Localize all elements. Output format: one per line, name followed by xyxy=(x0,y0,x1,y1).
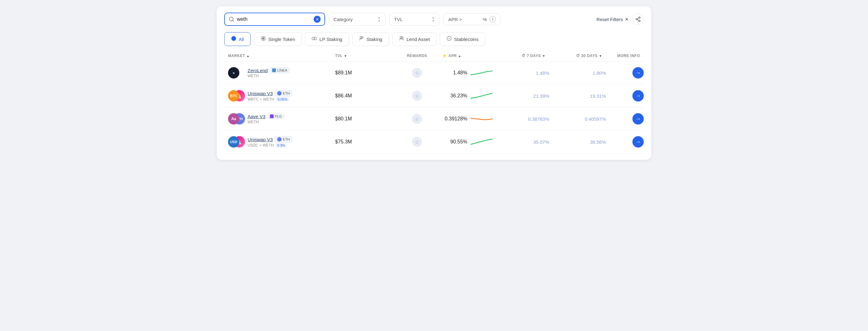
tvl-sort-icon: ▼ xyxy=(344,54,347,58)
7days-clock-icon: ⏱ xyxy=(522,54,525,58)
star-button-2[interactable]: ☆ xyxy=(412,91,422,101)
apr-filter-input[interactable] xyxy=(465,17,480,22)
tab-lend-asset-label: Lend Asset xyxy=(407,36,430,42)
token-label-3: WETH xyxy=(248,120,258,124)
svg-point-0 xyxy=(229,17,233,21)
market-sub-3: WETH xyxy=(248,120,284,124)
more-info-cell-3: → xyxy=(606,113,644,125)
col-more-info: MORE INFO xyxy=(602,54,640,58)
sparkline-2 xyxy=(470,91,493,100)
col-7days[interactable]: ⏱ 7 DAYS ▼ xyxy=(489,54,546,58)
share-button[interactable] xyxy=(632,13,644,25)
search-input[interactable] xyxy=(237,17,311,22)
category-label: Category xyxy=(334,17,353,22)
sparkline-1 xyxy=(470,68,493,77)
table-row: 0 ZeroLend LINEA WETH $89.1M ☆ xyxy=(224,61,644,84)
table-row: BTC 🦄 Uniswap V3 ETH WBTC + WETH 0.05% $… xyxy=(224,84,644,108)
svg-point-4 xyxy=(231,36,236,41)
tab-all[interactable]: All xyxy=(224,32,251,46)
col-30days[interactable]: ⏱ 30 DAYS ▼ xyxy=(546,54,602,58)
usdc-logo: USD xyxy=(228,136,239,147)
star-button-4[interactable]: ☆ xyxy=(412,137,422,147)
market-name-row-2: Uniswap V3 ETH xyxy=(248,90,292,96)
market-name-3[interactable]: Aave V3 xyxy=(248,114,266,119)
market-name-4[interactable]: Uniswap V3 xyxy=(248,137,273,142)
tvl-filter[interactable]: TVL ▲▼ xyxy=(389,13,440,26)
market-name-row-1: ZeroLend LINEA xyxy=(248,67,290,73)
market-sub-2: WBTC + WETH 0.05% xyxy=(248,97,292,102)
market-cell-3: Aa ETH Aave V3 PLG WETH xyxy=(228,113,335,125)
market-sub-1: WETH xyxy=(248,74,290,78)
filter-bar: ✕ Category ▲▼ TVL ▲▼ APR > % ℹ Reset Fil… xyxy=(224,12,644,26)
network-badge-2: ETH xyxy=(275,90,292,96)
tab-lp-staking[interactable]: LP Staking xyxy=(305,32,349,46)
apr-value-2: 36.23% xyxy=(442,93,467,99)
col-30days-label: 30 DAYS xyxy=(581,54,597,58)
tvl-label: TVL xyxy=(394,17,403,22)
tab-staking[interactable]: Staking xyxy=(352,32,389,46)
svg-point-1 xyxy=(639,17,640,19)
tab-all-label: All xyxy=(239,36,244,42)
share-icon xyxy=(635,17,641,22)
network-badge-1: LINEA xyxy=(270,67,290,73)
network-badge-3: PLG xyxy=(268,113,284,119)
market-name-row-3: Aave V3 PLG xyxy=(248,113,284,119)
tvl-arrows-icon: ▲▼ xyxy=(432,16,435,23)
30days-cell-1: 1.80% xyxy=(549,70,606,76)
sparkline-4 xyxy=(470,137,493,146)
col-market[interactable]: MARKET ▲ xyxy=(228,54,335,58)
col-apr-label: APR xyxy=(448,54,457,58)
col-rewards[interactable]: REWARDS xyxy=(392,54,442,58)
svg-point-3 xyxy=(639,20,640,22)
network-label-2: ETH xyxy=(283,91,290,95)
market-name-1[interactable]: ZeroLend xyxy=(248,68,268,73)
svg-point-6 xyxy=(262,37,265,40)
apr-info-icon[interactable]: ℹ xyxy=(490,16,496,22)
reset-filters-label: Reset Filters xyxy=(596,17,623,22)
svg-point-8 xyxy=(314,37,317,40)
logo-stack-4: USD 🦄 xyxy=(228,136,244,147)
aave-logo: Aa xyxy=(228,113,239,125)
go-button-1[interactable]: → xyxy=(632,67,644,79)
market-name-row-4: Uniswap V3 ETH xyxy=(248,136,292,142)
lp-staking-icon xyxy=(311,36,317,43)
network-label-1: LINEA xyxy=(277,68,287,72)
tab-stablecoins[interactable]: $ Stablecoins xyxy=(440,32,485,46)
rewards-cell-4: ☆ xyxy=(392,137,442,147)
market-info-4: Uniswap V3 ETH USDC + WETH 0.3% xyxy=(248,136,292,147)
go-button-4[interactable]: → xyxy=(632,136,644,147)
token-label-1: WETH xyxy=(248,74,258,78)
search-icon xyxy=(229,17,234,22)
market-name-2[interactable]: Uniswap V3 xyxy=(248,91,273,96)
category-filter[interactable]: Category ▲▼ xyxy=(329,13,385,26)
token-pct-2: 0.05% xyxy=(276,97,289,102)
30days-sort-icon: ▼ xyxy=(599,54,602,58)
apr-filter-label: APR > xyxy=(448,17,462,22)
clear-search-button[interactable]: ✕ xyxy=(314,16,321,23)
30days-cell-3: 0.40597% xyxy=(549,116,606,122)
plg-icon xyxy=(270,114,274,118)
7days-cell-3: 0.38783% xyxy=(493,116,549,122)
tab-lend-asset[interactable]: Lend Asset xyxy=(392,32,436,46)
more-info-cell-2: → xyxy=(606,90,644,102)
lend-asset-icon xyxy=(399,36,404,43)
all-icon xyxy=(231,36,237,43)
main-container: ✕ Category ▲▼ TVL ▲▼ APR > % ℹ Reset Fil… xyxy=(217,6,651,160)
apr-value-1: 1.48% xyxy=(442,70,467,76)
rewards-cell-3: ☆ xyxy=(392,114,442,124)
logo-stack-1: 0 xyxy=(228,67,244,79)
star-button-3[interactable]: ☆ xyxy=(412,114,422,124)
zerolend-logo: 0 xyxy=(228,67,239,79)
reset-filters-button[interactable]: Reset Filters ✕ xyxy=(596,17,629,22)
tab-single-token[interactable]: Single Token xyxy=(254,32,302,46)
apr-filter: APR > % ℹ xyxy=(443,13,500,25)
star-button-1[interactable]: ☆ xyxy=(412,68,422,78)
svg-text:0: 0 xyxy=(233,72,234,75)
go-button-3[interactable]: → xyxy=(632,113,644,125)
svg-text:$: $ xyxy=(448,37,450,40)
search-wrapper: ✕ xyxy=(224,12,325,26)
single-token-icon xyxy=(260,36,266,43)
col-apr[interactable]: ⚡ APR ▲ xyxy=(442,54,489,58)
go-button-2[interactable]: → xyxy=(632,90,644,102)
col-tvl[interactable]: TVL ▼ xyxy=(335,54,392,58)
